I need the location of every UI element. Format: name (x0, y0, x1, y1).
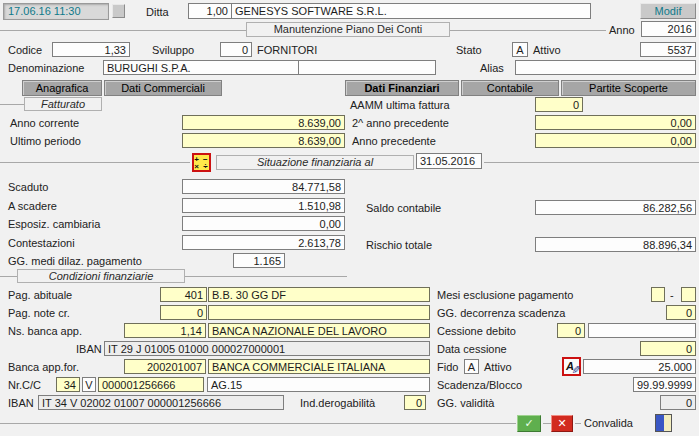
mesi-esclusione-sep: - (670, 289, 674, 302)
scaduto-field[interactable]: 84.771,58 (182, 179, 345, 194)
saldo-contabile-label: Saldo contabile (366, 202, 441, 215)
data-cessione-field[interactable]: 0 (640, 341, 696, 356)
gg-decorrenza-field[interactable]: 0 (666, 305, 696, 320)
situazione-group-label: Situazione finanziaria al (216, 155, 414, 170)
cancel-button[interactable]: ✕ (551, 415, 573, 432)
fido-edit-icon[interactable]: A ✎ (562, 357, 581, 376)
calendar-mini-button[interactable] (112, 4, 125, 18)
ind-derogabilita-field[interactable]: 0 (404, 395, 426, 410)
mesi-esclusione-to-field[interactable] (681, 287, 696, 302)
divider (484, 162, 699, 163)
divider (450, 30, 606, 31)
gg-medi-field[interactable]: 1.165 (233, 253, 285, 268)
checkmark-icon: ✓ (524, 417, 533, 429)
tab-dati-finanziari[interactable]: Dati Finanziari (345, 80, 459, 96)
convalida-toggle-right (664, 415, 672, 431)
stato-label: Stato (456, 44, 482, 57)
pag-note-desc-field[interactable] (208, 305, 430, 320)
x-icon: ✕ (557, 417, 566, 429)
secondo-anno-prec-field[interactable]: 0,00 (535, 115, 696, 130)
datetime-field: 17.06.16 11:30 (3, 3, 109, 20)
pen-icon: ✎ (569, 365, 582, 374)
situazione-data-field[interactable]: 31.05.2016 (416, 153, 482, 169)
mesi-esclusione-from-field[interactable] (651, 287, 665, 302)
gg-validita-field[interactable]: 0 (660, 395, 696, 410)
banca-for-label: Banca app.for. (8, 361, 79, 374)
confirm-button[interactable]: ✓ (517, 415, 541, 432)
iban1-field[interactable]: IT 29 J 01005 01000 000027000001 (104, 341, 430, 356)
codice-field[interactable]: 1,33 (52, 42, 130, 57)
ns-banca-desc-field[interactable]: BANCA NAZIONALE DEL LAVORO (208, 323, 430, 338)
cessione-desc-field[interactable] (588, 323, 696, 338)
nrcc-ag-field[interactable]: AG.15 (207, 377, 430, 392)
anno-field[interactable]: 2016 (641, 21, 696, 37)
ultimo-periodo-label: Ultimo periodo (10, 135, 81, 148)
esposiz-label: Esposiz. cambiaria (8, 218, 100, 231)
divider (0, 162, 190, 163)
tab-dati-commerciali[interactable]: Dati Commerciali (104, 80, 222, 96)
calculator-icon[interactable]: + − × ÷ (192, 153, 211, 172)
mesi-esclusione-label: Mesi esclusione pagamento (437, 289, 573, 302)
saldo-contabile-field[interactable]: 86.282,56 (535, 200, 696, 215)
aamm-label: AAMM ultima fattura (350, 99, 450, 112)
banca-for-desc-field[interactable]: BANCA COMMERCIALE ITALIANA (208, 359, 430, 374)
alias-label: Alias (480, 62, 504, 75)
nrcc-code-field[interactable]: 34 (56, 377, 80, 392)
cessione-debito-label: Cessione debito (437, 325, 516, 338)
divider (185, 276, 347, 277)
sviluppo-desc: FORNITORI (257, 44, 317, 57)
convalida-toggle-icon[interactable] (655, 414, 672, 432)
gg-decorrenza-label: GG. decorrenza scadenza (437, 307, 565, 320)
anno-label: Anno (609, 24, 635, 37)
alias-field[interactable] (515, 60, 696, 75)
stato-field[interactable]: A (512, 42, 528, 57)
scadenza-blocco-label: Scadenza/Blocco (437, 379, 522, 392)
calculator-icon-row2: × ÷ (194, 163, 208, 170)
nrcc-label: Nr.C/C (8, 379, 41, 392)
sviluppo-field[interactable]: 0 (220, 42, 252, 57)
stato-desc: Attivo (533, 44, 561, 57)
tab-anagrafica[interactable]: Anagrafica (22, 80, 102, 96)
tab-partite-scoperte[interactable]: Partite Scoperte (561, 80, 696, 96)
anno-precedente-field[interactable]: 0,00 (535, 133, 696, 148)
denominazione-ext-field[interactable] (298, 60, 436, 75)
iban2-field[interactable]: IT 34 V 02002 01007 000001256666 (38, 395, 284, 410)
cessione-code-field[interactable]: 0 (557, 323, 585, 338)
scaduto-label: Scaduto (8, 181, 48, 194)
nrcc-number-field[interactable]: 000001256666 (98, 377, 204, 392)
fido-stato-desc: Attivo (484, 361, 512, 374)
conto-number-field[interactable]: 5537 (640, 42, 696, 57)
rischio-totale-field[interactable]: 88.896,34 (535, 237, 696, 252)
contestazioni-label: Contestazioni (8, 237, 75, 250)
divider (575, 423, 581, 424)
pag-abituale-desc-field[interactable]: B.B. 30 GG DF (208, 287, 430, 302)
fido-stato-field[interactable]: A (464, 359, 479, 374)
ns-banca-code-field[interactable]: 1,14 (124, 323, 206, 338)
anno-corrente-field[interactable]: 8.639,00 (182, 115, 345, 130)
nrcc-cin-field[interactable]: V (82, 377, 96, 392)
divider (0, 104, 24, 105)
scadenza-blocco-field[interactable]: 99.99.9999 (633, 377, 696, 392)
fatturato-group-label: Fatturato (24, 97, 102, 111)
a-scadere-field[interactable]: 1.510,98 (182, 198, 345, 213)
ind-derogabilita-label: Ind.derogabilità (300, 397, 375, 410)
iban2-label: IBAN (8, 397, 34, 410)
pag-abituale-label: Pag. abituale (8, 289, 72, 302)
modif-button[interactable]: Modif (640, 3, 696, 19)
banca-for-code-field[interactable]: 200201007 (124, 359, 206, 374)
a-scadere-label: A scadere (8, 200, 57, 213)
divider (0, 276, 17, 277)
denominazione-field[interactable]: BURUGHI S.P.A. (103, 60, 299, 75)
convalida-label: Convalida (584, 417, 633, 430)
aamm-field[interactable]: 0 (535, 97, 583, 112)
tab-contabile[interactable]: Contabile (461, 80, 559, 96)
form-title: Manutenzione Piano Dei Conti (246, 22, 450, 37)
pag-abituale-code-field[interactable]: 401 (160, 287, 207, 302)
ultimo-periodo-field[interactable]: 8.639,00 (182, 133, 345, 148)
contestazioni-field[interactable]: 2.613,78 (182, 235, 345, 250)
ditta-code-field[interactable]: 1,00 (188, 3, 232, 19)
fido-field[interactable]: 25.000 (583, 359, 696, 374)
pag-note-code-field[interactable]: 0 (160, 305, 207, 320)
ditta-name-field[interactable]: GENESYS SOFTWARE S.R.L. (231, 3, 591, 19)
esposiz-field[interactable]: 0,00 (182, 216, 345, 231)
